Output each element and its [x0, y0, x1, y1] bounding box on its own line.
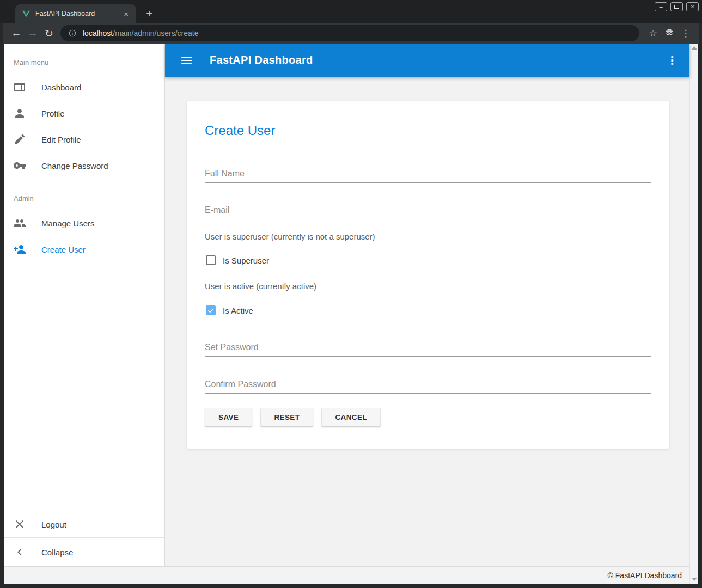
reload-icon[interactable]: ↻: [41, 27, 57, 40]
hamburger-menu-icon[interactable]: [181, 57, 192, 64]
scrollbar-up-icon[interactable]: [692, 46, 697, 50]
sidebar-item-profile[interactable]: Profile: [4, 100, 164, 126]
window-close-button[interactable]: ×: [686, 2, 699, 11]
sidebar-item-manage-users[interactable]: Manage Users: [4, 210, 164, 236]
cancel-button[interactable]: CANCEL: [321, 408, 381, 426]
vue-favicon-icon: [22, 9, 30, 18]
set-password-input[interactable]: [205, 342, 651, 356]
sidebar-section-main-menu: Main menu: [4, 44, 164, 74]
sidebar-item-label: Logout: [41, 520, 66, 529]
footer: © FastAPI Dashboard: [4, 566, 689, 584]
sidebar-spacer: [4, 262, 164, 511]
maximize-icon: [674, 5, 679, 9]
sidebar-item-label: Edit Profile: [41, 135, 81, 144]
window-minimize-button[interactable]: –: [655, 2, 667, 11]
bookmark-star-icon[interactable]: ☆: [645, 28, 661, 39]
appbar-title: FastAPI Dashboard: [210, 54, 313, 66]
window-controls: – ×: [655, 2, 699, 11]
sidebar-item-label: Change Password: [41, 161, 108, 170]
full-name-field: [205, 169, 651, 183]
reset-button[interactable]: RESET: [260, 408, 313, 426]
web-icon: [13, 81, 26, 94]
checkbox-label: Is Superuser: [223, 256, 269, 265]
checkbox-checked-icon[interactable]: [206, 305, 216, 315]
main-area: FastAPI Dashboard ⋮ Create User: [165, 44, 689, 566]
is-active-checkbox-row[interactable]: Is Active: [205, 305, 651, 315]
url-host: localhost: [83, 29, 113, 38]
set-password-field: [205, 342, 651, 357]
sidebar-item-collapse[interactable]: Collapse: [4, 538, 164, 566]
browser-menu-kebab-icon[interactable]: ⋮: [677, 28, 694, 39]
scrollbar-down-icon[interactable]: [692, 578, 697, 581]
window-maximize-button[interactable]: [670, 2, 683, 11]
page: Main menu Dashboard Profile Edit Profile: [4, 44, 698, 584]
close-icon: [13, 518, 26, 531]
confirm-password-field: [205, 379, 651, 394]
tab-close-icon[interactable]: ×: [121, 9, 131, 19]
pencil-icon: [13, 133, 26, 146]
checkbox-label: Is Active: [223, 306, 253, 315]
full-name-input[interactable]: [205, 169, 651, 182]
sidebar-item-label: Collapse: [41, 548, 73, 557]
sidebar-item-edit-profile[interactable]: Edit Profile: [4, 126, 164, 152]
sidebar-item-dashboard[interactable]: Dashboard: [4, 74, 164, 100]
active-hint: User is active (currently active): [205, 281, 651, 291]
tab-title: FastAPI Dashboard: [35, 10, 117, 17]
create-user-card: Create User User is superuser (currently…: [187, 101, 669, 449]
chevron-left-icon: [13, 546, 26, 559]
incognito-icon: [661, 27, 677, 40]
new-tab-icon[interactable]: +: [143, 8, 156, 19]
is-superuser-checkbox-row[interactable]: Is Superuser: [205, 255, 651, 265]
person-add-icon: [13, 243, 26, 256]
checkbox-unchecked-icon[interactable]: [206, 255, 216, 265]
form-buttons: SAVE RESET CANCEL: [205, 408, 651, 426]
save-button[interactable]: SAVE: [205, 408, 252, 426]
footer-copyright: © FastAPI Dashboard: [608, 571, 682, 580]
url-text: localhost/main/admin/users/create: [83, 29, 198, 38]
sidebar-section-admin: Admin: [4, 183, 164, 210]
page-scrollbar[interactable]: [689, 44, 698, 584]
sidebar-item-label: Dashboard: [41, 83, 81, 92]
confirm-password-input[interactable]: [205, 379, 651, 393]
sidebar-item-label: Profile: [41, 109, 65, 118]
email-input[interactable]: [205, 205, 651, 219]
browser-window: FastAPI Dashboard × + – × ← → ↻ localhos…: [0, 0, 702, 588]
content-area: Create User User is superuser (currently…: [165, 77, 689, 566]
address-bar[interactable]: localhost/main/admin/users/create: [60, 25, 639, 41]
sidebar-item-change-password[interactable]: Change Password: [4, 152, 164, 179]
url-path: /main/admin/users/create: [113, 29, 198, 38]
browser-tab[interactable]: FastAPI Dashboard ×: [15, 4, 136, 23]
forward-icon[interactable]: →: [25, 27, 41, 39]
group-icon: [13, 217, 26, 230]
page-title: Create User: [205, 123, 651, 138]
appbar: FastAPI Dashboard ⋮: [165, 44, 689, 77]
superuser-hint: User is superuser (currently is not a su…: [205, 232, 651, 242]
back-icon[interactable]: ←: [8, 27, 25, 39]
appbar-kebab-icon[interactable]: ⋮: [667, 54, 677, 67]
sidebar-item-create-user[interactable]: Create User: [4, 236, 164, 262]
person-icon: [13, 107, 26, 120]
info-icon[interactable]: [68, 29, 77, 38]
email-field: [205, 205, 651, 219]
tab-strip: FastAPI Dashboard × + – ×: [0, 0, 702, 23]
sidebar-item-logout[interactable]: Logout: [4, 511, 164, 537]
sidebar-item-label: Manage Users: [41, 219, 95, 228]
sidebar: Main menu Dashboard Profile Edit Profile: [4, 44, 165, 566]
browser-toolbar: ← → ↻ localhost/main/admin/users/create …: [3, 23, 699, 44]
sidebar-item-label: Create User: [41, 245, 86, 254]
key-icon: [13, 159, 26, 172]
